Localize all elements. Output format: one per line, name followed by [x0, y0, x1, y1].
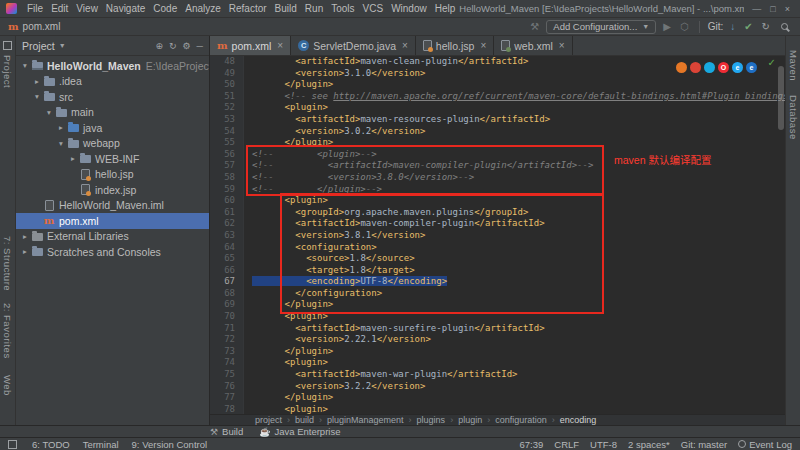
tree-item-main[interactable]: ▾main	[16, 105, 209, 121]
menu-code[interactable]: Code	[149, 2, 181, 15]
code-editor[interactable]: 48 <artifactId>maven-clean-plugin</artif…	[210, 56, 785, 414]
breadcrumb-configuration[interactable]: configuration	[495, 415, 547, 425]
menu-run[interactable]: Run	[301, 2, 327, 15]
code-line[interactable]: 70 <plugin>	[210, 311, 785, 323]
breadcrumb-project[interactable]: project	[255, 415, 282, 425]
close-icon[interactable]: ×	[559, 40, 565, 51]
search-icon[interactable]	[781, 23, 788, 30]
run-icon[interactable]: ▶	[661, 21, 673, 32]
tree-expand-arrow-icon[interactable]: ▸	[20, 232, 30, 241]
close-button[interactable]: ×	[785, 4, 790, 14]
chrome-icon[interactable]	[690, 62, 701, 73]
status-git-master[interactable]: Git: master	[681, 439, 727, 450]
tool-button-project[interactable]: Project	[2, 55, 13, 88]
tool-button-database[interactable]: Database	[788, 95, 799, 140]
status-utf-8[interactable]: UTF-8	[590, 439, 617, 450]
opera-icon[interactable]: O	[718, 62, 729, 73]
code-line[interactable]: 68 </configuration>	[210, 288, 785, 300]
tool-button-7-structure[interactable]: 7: Structure	[2, 236, 13, 291]
status-67-39[interactable]: 67:39	[520, 439, 544, 450]
code-line[interactable]: 58<!-- <version>3.8.0</version>-->	[210, 172, 785, 184]
safari-icon[interactable]	[704, 62, 715, 73]
tool-button-maven[interactable]: Maven	[788, 50, 799, 81]
tool-window-icon[interactable]	[3, 41, 12, 50]
build-hammer-icon[interactable]: ⚒	[528, 21, 541, 32]
locate-file-icon[interactable]: ⊕	[155, 41, 163, 51]
code-line[interactable]: 61 <groupId>org.apache.maven.plugins</gr…	[210, 207, 785, 219]
code-line[interactable]: 54 <version>3.0.2</version>	[210, 126, 785, 138]
breadcrumb-plugins[interactable]: plugins	[417, 415, 446, 425]
tree-item-src[interactable]: ▾src	[16, 89, 209, 105]
code-line[interactable]: 55 </plugin>	[210, 137, 785, 149]
tree-expand-arrow-icon[interactable]: ▸	[68, 154, 78, 163]
status-9-version-control[interactable]: 9: Version Control	[132, 439, 208, 450]
tree-collapse-arrow-icon[interactable]: ▾	[20, 61, 30, 70]
gear-icon[interactable]: ⚙	[183, 41, 191, 51]
tab-servletdemo-java[interactable]: CServletDemo.java×	[291, 36, 416, 55]
tree-collapse-arrow-icon[interactable]: ▾	[44, 108, 54, 117]
menu-navigate[interactable]: Navigate	[102, 2, 149, 15]
code-line[interactable]: 77 </plugin>	[210, 392, 785, 404]
maximize-button[interactable]: □	[770, 4, 775, 14]
menu-vcs[interactable]: VCS	[359, 2, 388, 15]
git-update-icon[interactable]: ↓	[728, 21, 737, 32]
code-line[interactable]: 50 </plugin>	[210, 79, 785, 91]
tool-button-java-enterprise[interactable]: ☕Java Enterprise	[259, 426, 340, 437]
tree-item-index-jsp[interactable]: index.jsp	[16, 182, 209, 198]
code-line[interactable]: 71 <artifactId>maven-surefire-plugin</ar…	[210, 323, 785, 335]
menu-analyze[interactable]: Analyze	[181, 2, 225, 15]
code-line[interactable]: 64 <configuration>	[210, 242, 785, 254]
tool-button-2-favorites[interactable]: 2: Favorites	[2, 303, 13, 359]
code-line[interactable]: 74 <plugin>	[210, 357, 785, 369]
navbar-file[interactable]: m pom.xml	[8, 21, 60, 32]
menu-help[interactable]: Help	[431, 2, 460, 15]
close-icon[interactable]: ×	[480, 40, 486, 51]
git-commit-icon[interactable]: ✔	[742, 21, 754, 32]
menu-refactor[interactable]: Refactor	[225, 2, 271, 15]
tab-hello-jsp[interactable]: hello.jsp×	[416, 36, 494, 55]
menu-view[interactable]: View	[72, 2, 102, 15]
edge-icon[interactable]: e	[746, 62, 757, 73]
status-2-spaces[interactable]: 2 spaces*	[628, 439, 670, 450]
tree-item-helloworld-maven[interactable]: ▾HelloWorld_MavenE:\IdeaProjects\HelloWo…	[16, 58, 209, 74]
tool-window-switcher-icon[interactable]	[8, 440, 17, 449]
tree-item-webapp[interactable]: ▾webapp	[16, 136, 209, 152]
code-line[interactable]: 76 <version>3.2.2</version>	[210, 381, 785, 393]
code-line[interactable]: 57<!-- <artifactId>maven-compiler-plugin…	[210, 160, 785, 172]
tree-item-hello-jsp[interactable]: hello.jsp	[16, 167, 209, 183]
menu-file[interactable]: File	[23, 2, 47, 15]
code-line[interactable]: 73 </plugin>	[210, 346, 785, 358]
tree-item-pom-xml[interactable]: mpom.xml	[16, 213, 209, 229]
breadcrumb-pluginmanagement[interactable]: pluginManagement	[327, 415, 404, 425]
collapse-all-icon[interactable]: ↻	[169, 41, 177, 51]
tree-expand-arrow-icon[interactable]: ▸	[20, 247, 30, 256]
inspection-ok-icon[interactable]: ✓	[768, 57, 776, 68]
ie-icon[interactable]: e	[732, 62, 743, 73]
code-line[interactable]: 62 <artifactId>maven-compiler-plugin</ar…	[210, 218, 785, 230]
menu-build[interactable]: Build	[271, 2, 301, 15]
project-panel-title[interactable]: Project	[22, 40, 55, 52]
breadcrumb-plugin[interactable]: plugin	[458, 415, 482, 425]
code-line[interactable]: 56<!-- <plugin>-->	[210, 149, 785, 161]
hide-panel-icon[interactable]: ─	[197, 41, 203, 51]
tree-item-web-inf[interactable]: ▸WEB-INF	[16, 151, 209, 167]
git-revert-icon[interactable]: ↻	[760, 21, 772, 32]
status-terminal[interactable]: Terminal	[83, 439, 119, 450]
tree-expand-arrow-icon[interactable]: ▸	[56, 123, 66, 132]
tree-collapse-arrow-icon[interactable]: ▾	[32, 92, 42, 101]
tree-collapse-arrow-icon[interactable]: ▾	[56, 139, 66, 148]
menu-window[interactable]: Window	[387, 2, 431, 15]
tree-item-external-libraries[interactable]: ▸External Libraries	[16, 229, 209, 245]
tree-item-idea[interactable]: ▸.idea	[16, 74, 209, 90]
code-line[interactable]: 78 <plugin>	[210, 404, 785, 414]
editor-scrollbar[interactable]	[778, 66, 784, 130]
code-line[interactable]: 63 <version>3.8.1</version>	[210, 230, 785, 242]
debug-icon[interactable]: ⬡	[678, 21, 691, 32]
code-line[interactable]: 51 <!-- see http://maven.apache.org/ref/…	[210, 91, 785, 103]
tool-button-web[interactable]: Web	[2, 375, 13, 396]
code-line[interactable]: 52 <plugin>	[210, 102, 785, 114]
code-line[interactable]: 53 <artifactId>maven-resources-plugin</a…	[210, 114, 785, 126]
status-event-log[interactable]: Event Log	[738, 439, 792, 450]
code-line[interactable]: 66 <target>1.8</target>	[210, 265, 785, 277]
tab-pom-xml[interactable]: mpom.xml×	[210, 36, 291, 55]
